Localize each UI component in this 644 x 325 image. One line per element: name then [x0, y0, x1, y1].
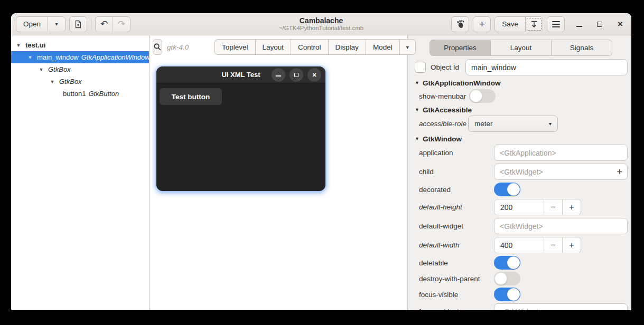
preview-titlebar[interactable]: UI XML Test × [156, 66, 325, 83]
property-row-default-widget: default-widget [415, 218, 628, 234]
preview-close-button[interactable]: × [307, 68, 321, 82]
properties-panel: Properties Layout Signals Object Id ▼ Gt… [407, 35, 631, 310]
default-height-input[interactable] [494, 199, 544, 215]
section-title: GtkApplicationWindow [423, 79, 501, 87]
export-icon [530, 20, 538, 28]
tree-item-label: main_window [37, 53, 79, 61]
maximize-button[interactable] [593, 18, 606, 31]
section-gtkapplicationwindow[interactable]: ▼ GtkApplicationWindow [415, 78, 628, 88]
preview-test-button[interactable]: Test button [160, 88, 222, 105]
focus-widget-input[interactable] [494, 303, 628, 310]
spin-plus-button[interactable]: + [562, 199, 581, 215]
tab-layout[interactable]: Layout [490, 40, 552, 56]
search-icon [153, 43, 162, 51]
filter-more-dropdown-button[interactable]: ▾ [399, 39, 416, 55]
open-button[interactable]: Open [16, 16, 48, 32]
property-row-default-width: default-width − + [415, 237, 628, 253]
close-icon: × [312, 71, 316, 79]
property-label: default-height [419, 203, 494, 211]
tree-item-gtkbox-inner[interactable]: ▼ GtkBox [11, 75, 149, 88]
preview-maximize-button[interactable] [290, 68, 303, 82]
property-label: default-width [419, 241, 494, 249]
close-icon: × [618, 20, 623, 28]
toggle-knob [507, 256, 520, 269]
object-id-checkbox[interactable] [415, 62, 426, 73]
spin-minus-button[interactable]: − [544, 237, 562, 253]
add-child-button[interactable]: + [617, 167, 622, 177]
application-input[interactable] [494, 145, 628, 161]
decorated-toggle[interactable] [494, 183, 520, 196]
default-width-input[interactable] [494, 237, 544, 253]
filter-model-button[interactable]: Model [366, 39, 400, 55]
tree-item-test-ui[interactable]: ▼ test.ui [11, 39, 149, 51]
add-object-button[interactable]: + [473, 16, 491, 32]
child-input[interactable] [494, 164, 628, 180]
filter-control-button[interactable]: Control [291, 39, 329, 55]
expander-icon[interactable]: ▼ [27, 55, 33, 60]
type-search-input[interactable] [167, 43, 214, 51]
toggle-knob [507, 288, 520, 301]
show-menubar-toggle[interactable] [469, 89, 496, 103]
property-label: child [419, 168, 494, 176]
spin-minus-button[interactable]: − [544, 199, 562, 215]
object-id-input[interactable] [465, 59, 628, 75]
menu-button[interactable] [547, 16, 565, 32]
property-row-child: child + [415, 164, 628, 180]
redo-icon: ↷ [118, 20, 125, 28]
plus-icon: + [479, 19, 485, 29]
tree-item-main-window[interactable]: ▼ main_window GtkApplicationWindow [11, 51, 149, 63]
tree-item-type: GtkBox [48, 65, 71, 73]
gnome-app-button[interactable] [451, 16, 469, 32]
section-gtkwindow[interactable]: ▼ GtkWindow [415, 134, 628, 144]
tree-item-button1[interactable]: button1 GtkButton [11, 88, 149, 100]
tree-item-type: GtkButton [88, 90, 119, 98]
section-gtkaccessible[interactable]: ▼ GtkAccessible [415, 105, 628, 114]
default-widget-input[interactable] [494, 218, 628, 234]
property-row-decorated: decorated [415, 183, 628, 196]
search-button[interactable] [153, 39, 162, 55]
object-id-row: Object Id [415, 59, 628, 75]
preview-window[interactable]: UI XML Test × Test button [156, 66, 325, 191]
maximize-icon [597, 22, 602, 27]
undo-button[interactable]: ↶ [95, 16, 113, 32]
object-id-label: Object Id [431, 63, 459, 71]
open-recent-dropdown-button[interactable]: ▾ [48, 16, 66, 32]
filter-toplevel-button[interactable]: Toplevel [214, 39, 256, 55]
expander-icon[interactable]: ▼ [49, 79, 55, 84]
destroy-with-parent-toggle[interactable] [494, 272, 520, 285]
undo-icon: ↶ [100, 20, 108, 28]
tree-item-label: test.ui [25, 41, 45, 49]
caret-down-icon: ▾ [55, 21, 58, 27]
accessible-role-dropdown[interactable]: meter ▾ [468, 116, 558, 132]
expander-icon[interactable]: ▼ [15, 43, 22, 48]
minimize-button[interactable] [573, 18, 585, 31]
tab-properties[interactable]: Properties [430, 40, 491, 56]
property-label: decorated [419, 186, 494, 194]
headerbar: Cambalache ~/GTK4PythonTutorial/test.cmb… [11, 13, 631, 35]
filter-display-button[interactable]: Display [328, 39, 366, 55]
property-row-focus-visible: focus-visible [415, 288, 628, 301]
property-row-application: application [415, 145, 628, 161]
filter-layout-button[interactable]: Layout [255, 39, 292, 55]
preview-minimize-button[interactable] [272, 68, 285, 82]
toggle-knob [494, 272, 507, 285]
toggle-knob [507, 183, 520, 196]
tab-signals[interactable]: Signals [551, 40, 612, 56]
save-button[interactable]: Save [494, 16, 526, 32]
new-file-button[interactable] [69, 16, 87, 32]
close-button[interactable]: × [614, 18, 627, 31]
header-right: + Save × [451, 16, 627, 32]
spin-plus-button[interactable]: + [562, 237, 581, 253]
header-left: Open ▾ ↶ ↷ [16, 16, 130, 32]
property-label: deletable [419, 259, 494, 267]
deletable-toggle[interactable] [494, 256, 520, 270]
export-button[interactable] [525, 16, 543, 32]
expander-icon[interactable]: ▼ [38, 67, 44, 72]
focus-visible-toggle[interactable] [494, 288, 520, 301]
redo-button[interactable]: ↷ [113, 16, 130, 32]
preview-window-controls: × [272, 68, 325, 82]
property-label: default-widget [419, 222, 494, 230]
hamburger-icon [552, 21, 560, 27]
tree-item-gtkbox-outer[interactable]: ▼ GtkBox [11, 63, 149, 75]
workspace-toolbar: Toplevel Layout Control Display Model ▾ [150, 35, 407, 59]
